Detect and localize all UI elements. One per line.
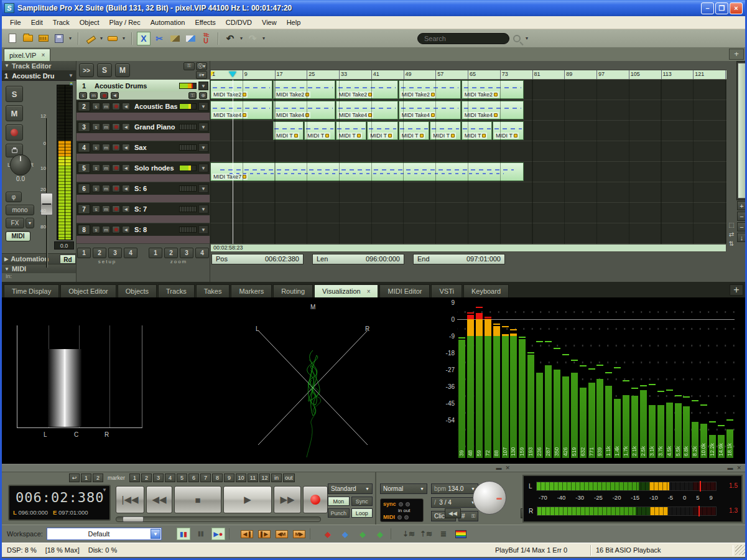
zoom-button-2[interactable]: 2 <box>164 248 178 258</box>
mono-button[interactable]: mono <box>6 205 34 215</box>
track-monitor-button[interactable]: ◄ <box>122 103 130 110</box>
range-start-icon[interactable]: ◀▐ <box>240 528 254 540</box>
track-record-button[interactable] <box>112 226 120 233</box>
track-row-body[interactable] <box>77 236 210 243</box>
track-monitor-button[interactable]: ◄ <box>122 205 130 213</box>
menu-help[interactable]: Help <box>282 17 305 27</box>
track-mute-button[interactable]: m <box>102 205 110 213</box>
dock-tab-vsti[interactable]: VSTi <box>431 284 462 297</box>
midi-clip[interactable]: MIDI Take2 <box>273 80 335 99</box>
object-lasso-icon[interactable]: ⬚ <box>728 222 734 228</box>
track-row-header[interactable]: 6sm◄S: 6▼ <box>77 182 210 195</box>
track-record-button[interactable] <box>112 144 120 151</box>
shrink-track-button[interactable]: − <box>737 222 747 231</box>
time-format-dropdown-icon[interactable]: ▼ <box>102 487 107 493</box>
range-end-icon[interactable]: ▌▶ <box>258 528 271 540</box>
midi-clip[interactable]: MIDI Take2 <box>210 80 272 99</box>
midi-clip[interactable]: MIDI T <box>273 121 304 140</box>
track-row-body[interactable] <box>77 133 210 141</box>
track-row[interactable]: 5sm◄Solo rhodes▼ <box>77 162 210 182</box>
track-record-button[interactable] <box>100 92 108 99</box>
record-mode-select[interactable]: Normal▼ <box>380 483 427 494</box>
len-field[interactable]: Len096:00:000 <box>312 254 404 264</box>
dock-tab-time-display[interactable]: Time Display <box>4 284 59 297</box>
marker-button-6[interactable]: 6 <box>188 474 199 482</box>
marker-button-10[interactable]: 10 <box>236 474 246 482</box>
dock-tab-routing[interactable]: Routing <box>273 284 313 297</box>
transport-minimize-icon[interactable]: ▬ <box>496 465 501 471</box>
track-lane[interactable] <box>210 141 726 162</box>
tab-add-button[interactable]: + <box>729 49 744 60</box>
track-editor-toggle-icon[interactable]: ⦀⦀ <box>194 528 208 540</box>
track-row-header[interactable]: 2sm◄Acoustic Bass▼ <box>77 100 210 113</box>
automation-section-header[interactable]: ▶Automation Rd <box>2 253 76 264</box>
marker-right-icon[interactable]: M▶ <box>292 528 306 540</box>
redo-dropdown-icon[interactable]: ▾ <box>261 35 266 41</box>
track-monitor-button[interactable]: ◄ <box>122 144 130 151</box>
clip-indicator[interactable] <box>70 82 73 85</box>
zoom-button-1[interactable]: 1 <box>149 248 162 258</box>
dock-tab-close-icon[interactable]: × <box>367 288 371 295</box>
midi-clip[interactable]: MIDI Take2 <box>399 80 461 99</box>
marker-button-3[interactable]: 3 <box>153 474 164 482</box>
resize-grip[interactable] <box>735 545 745 555</box>
menu-edit[interactable]: Edit <box>27 17 47 27</box>
object-marker-red-icon[interactable]: ◆ <box>321 528 335 540</box>
object-mode-dropdown-icon[interactable]: ▾ <box>121 35 126 41</box>
nudge-back-button[interactable]: ◀◀ <box>445 508 461 518</box>
track-mute-button[interactable]: m <box>102 226 110 233</box>
track-editor-track-name[interactable]: 1 Acoustic Dru ▼ <box>2 71 76 81</box>
track-mute-button[interactable]: m <box>90 92 98 99</box>
dock-tab-midi-editor[interactable]: MIDI Editor <box>379 284 430 297</box>
setup-button-4[interactable]: 4 <box>124 248 137 258</box>
track-height-icon[interactable]: ≣ <box>437 528 450 540</box>
updown-icon[interactable]: ⇅ <box>729 240 734 247</box>
setup-button-2[interactable]: 2 <box>93 248 106 258</box>
fx-button[interactable]: FX <box>6 218 24 228</box>
marker-button-11[interactable]: 11 <box>248 474 258 482</box>
loop-button[interactable]: Loop <box>351 508 373 518</box>
zoom-button-3[interactable]: 3 <box>180 248 193 258</box>
punch-out-button[interactable]: out <box>283 474 295 482</box>
sync-button[interactable]: Sync <box>351 497 373 506</box>
menu-view[interactable]: View <box>258 17 281 27</box>
grid-dropdown-icon[interactable]: #▾ <box>196 71 207 79</box>
track-row-body[interactable] <box>77 174 210 182</box>
track-editor-header[interactable]: ▼Track Editor <box>2 61 76 71</box>
track-dropdown-icon[interactable]: ▼ <box>198 184 208 193</box>
track-lane[interactable]: MIDI TMIDI TMIDI TMIDI TMIDI TMIDI TMIDI… <box>210 121 726 141</box>
curve-tool-dropdown-icon[interactable]: ▾ <box>99 35 104 41</box>
menu-track[interactable]: Track <box>49 17 74 27</box>
playhead-marker[interactable] <box>229 72 236 77</box>
automation-read-button[interactable]: Rd <box>60 254 76 264</box>
transport-close-icon[interactable]: ✕ <box>505 465 510 471</box>
maximize-button[interactable]: ❐ <box>715 2 728 14</box>
play-button[interactable]: ▶ <box>223 486 272 513</box>
zoom-in-vertical-button[interactable]: + <box>737 201 747 210</box>
mute-all-button[interactable]: M <box>115 63 130 77</box>
fade-preset2-icon[interactable] <box>183 32 197 45</box>
dock-tab-visualization[interactable]: Visualization× <box>314 284 378 297</box>
track-solo-button[interactable]: s <box>92 205 100 213</box>
track-monitor-button[interactable]: ◄ <box>111 92 119 99</box>
dock-tab-keyboard[interactable]: Keyboard <box>463 284 509 297</box>
midi-clip[interactable]: MIDI T <box>367 121 397 140</box>
track-row[interactable]: 4sm◄Sax▼ <box>77 141 210 162</box>
setup-button-3[interactable]: 3 <box>108 248 122 258</box>
range-scrollbar[interactable]: 00:02:58:23 <box>210 244 726 252</box>
dock-tab-markers[interactable]: Markers <box>231 284 272 297</box>
track-row[interactable]: 1Acoustic Drums▼sm◄⚿⊕ <box>77 80 210 100</box>
midi-clip[interactable]: MIDI T <box>336 121 366 140</box>
track-lane[interactable] <box>210 182 726 203</box>
track-row[interactable]: 8sm◄S: 8▼ <box>77 223 210 244</box>
track-solo-button[interactable]: s <box>79 92 87 99</box>
track-row[interactable]: 3sm◄Grand Piano▼ <box>77 121 210 141</box>
skip-start-button[interactable]: |◀◀ <box>116 486 144 513</box>
object-marker-blue-icon[interactable]: ◆ <box>338 528 352 540</box>
track-lane[interactable]: MIDI Take2MIDI Take2MIDI Take2MIDI Take2… <box>210 80 726 100</box>
auto-crossfade-icon[interactable]: X <box>137 32 151 45</box>
import-audio-icon[interactable] <box>37 32 50 45</box>
crossfade-editor-icon[interactable]: ✂ <box>152 32 166 45</box>
track-row[interactable]: 7sm◄S: 7▼ <box>77 203 210 223</box>
track-dropdown-icon[interactable]: ▼ <box>198 164 208 172</box>
